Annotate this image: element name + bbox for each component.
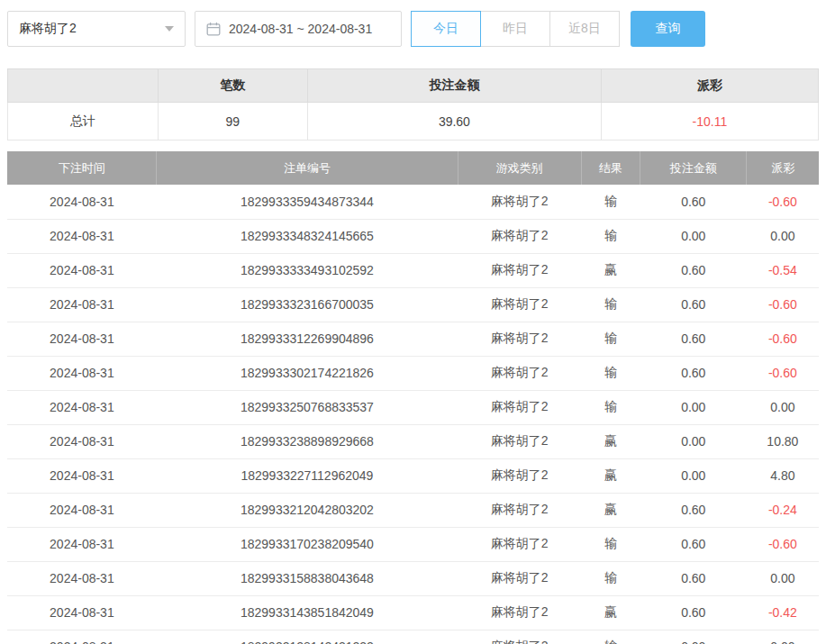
bet-table-body: 2024-08-311829933359434873344麻将胡了2输0.60-…	[7, 185, 819, 644]
table-row: 2024-08-311829933212042803202麻将胡了2赢0.60-…	[7, 493, 819, 527]
result-cell: 输	[581, 287, 640, 322]
amount-cell: 0.00	[640, 458, 747, 493]
result-cell: 输	[581, 185, 640, 219]
time-cell: 2024-08-31	[7, 595, 157, 630]
table-row: 2024-08-311829933158838043648麻将胡了2输0.600…	[7, 561, 819, 595]
game-select[interactable]: 麻将胡了2	[7, 11, 186, 47]
game-select-value: 麻将胡了2	[19, 21, 77, 37]
amount-cell: 0.60	[640, 561, 747, 595]
bet-id-cell: 1829933333493102592	[157, 253, 458, 287]
result-cell: 输	[581, 630, 640, 644]
game-cell: 麻将胡了2	[458, 390, 581, 424]
game-cell: 麻将胡了2	[458, 458, 581, 493]
time-cell: 2024-08-31	[7, 322, 157, 356]
amount-cell: 0.00	[640, 390, 747, 424]
summary-total-row: 总计 99 39.60 -10.11	[8, 103, 819, 141]
chevron-down-icon	[165, 26, 174, 32]
bet-table-header-row: 下注时间 注单编号 游戏类别 结果 投注金额 派彩	[7, 151, 819, 185]
toolbar: 麻将胡了2 2024-08-31 ~ 2024-08-31 今日 昨日 近8日 …	[0, 0, 826, 47]
bet-id-cell: 1829933212042803202	[157, 493, 458, 527]
query-button[interactable]: 查询	[631, 11, 705, 47]
amount-cell: 0.60	[640, 595, 747, 630]
bet-id-cell: 1829933128142431232	[157, 630, 458, 644]
amount-cell: 0.60	[640, 527, 747, 561]
payout-cell: 0.00	[747, 630, 819, 644]
summary-total-label: 总计	[8, 103, 159, 141]
result-cell: 输	[581, 561, 640, 595]
time-cell: 2024-08-31	[7, 287, 157, 322]
result-cell: 输	[581, 390, 640, 424]
bet-id-cell: 1829933227112962049	[157, 458, 458, 493]
result-cell: 赢	[581, 595, 640, 630]
time-cell: 2024-08-31	[7, 253, 157, 287]
yesterday-button[interactable]: 昨日	[480, 11, 550, 47]
game-cell: 麻将胡了2	[458, 561, 581, 595]
time-cell: 2024-08-31	[7, 458, 157, 493]
date-range-picker[interactable]: 2024-08-31 ~ 2024-08-31	[195, 11, 402, 47]
quick-range-buttons: 今日 昨日 近8日	[411, 11, 620, 47]
bet-id-cell: 1829933312269904896	[157, 322, 458, 356]
payout-cell: -0.60	[747, 527, 819, 561]
time-cell: 2024-08-31	[7, 356, 157, 390]
time-cell: 2024-08-31	[7, 219, 157, 253]
table-row: 2024-08-311829933323166700035麻将胡了2输0.60-…	[7, 287, 819, 322]
last-8-days-button[interactable]: 近8日	[549, 11, 620, 47]
table-row: 2024-08-311829933359434873344麻将胡了2输0.60-…	[7, 185, 819, 219]
time-cell: 2024-08-31	[7, 630, 157, 644]
summary-header-payout: 派彩	[601, 69, 818, 103]
result-cell: 赢	[581, 493, 640, 527]
header-time: 下注时间	[7, 151, 157, 185]
result-cell: 输	[581, 356, 640, 390]
table-row: 2024-08-311829933143851842049麻将胡了2赢0.60-…	[7, 595, 819, 630]
payout-cell: -0.60	[747, 322, 819, 356]
payout-cell: 0.00	[747, 390, 819, 424]
amount-cell: 0.60	[640, 322, 747, 356]
header-payout: 派彩	[747, 151, 819, 185]
time-cell: 2024-08-31	[7, 493, 157, 527]
amount-cell: 0.00	[640, 630, 747, 644]
amount-cell: 0.60	[640, 356, 747, 390]
bet-id-cell: 1829933170238209540	[157, 527, 458, 561]
bet-id-cell: 1829933323166700035	[157, 287, 458, 322]
game-cell: 麻将胡了2	[458, 527, 581, 561]
summary-header-bet-amount: 投注金额	[308, 69, 602, 103]
bet-id-cell: 1829933238898929668	[157, 424, 458, 458]
today-button[interactable]: 今日	[411, 11, 481, 47]
amount-cell: 0.60	[640, 287, 747, 322]
table-row: 2024-08-311829933250768833537麻将胡了2输0.000…	[7, 390, 819, 424]
summary-header-count: 笔数	[158, 69, 308, 103]
payout-cell: 0.00	[747, 219, 819, 253]
amount-cell: 0.00	[640, 219, 747, 253]
table-row: 2024-08-311829933333493102592麻将胡了2赢0.60-…	[7, 253, 819, 287]
result-cell: 输	[581, 527, 640, 561]
amount-cell: 0.60	[640, 185, 747, 219]
header-game: 游戏类别	[458, 151, 581, 185]
bet-id-cell: 1829933250768833537	[157, 390, 458, 424]
game-cell: 麻将胡了2	[458, 424, 581, 458]
summary-header-row: 笔数 投注金额 派彩	[8, 69, 819, 103]
payout-cell: 0.00	[747, 561, 819, 595]
table-row: 2024-08-311829933302174221826麻将胡了2输0.60-…	[7, 356, 819, 390]
amount-cell: 0.00	[640, 424, 747, 458]
calendar-icon	[206, 22, 221, 36]
bet-id-cell: 1829933158838043648	[157, 561, 458, 595]
payout-cell: -0.42	[747, 595, 819, 630]
table-row: 2024-08-311829933170238209540麻将胡了2输0.60-…	[7, 527, 819, 561]
payout-cell: 4.80	[747, 458, 819, 493]
game-cell: 麻将胡了2	[458, 219, 581, 253]
time-cell: 2024-08-31	[7, 390, 157, 424]
table-row: 2024-08-311829933238898929668麻将胡了2赢0.001…	[7, 424, 819, 458]
result-cell: 赢	[581, 253, 640, 287]
betting-records-page: 麻将胡了2 2024-08-31 ~ 2024-08-31 今日 昨日 近8日 …	[0, 0, 826, 644]
game-cell: 麻将胡了2	[458, 493, 581, 527]
payout-cell: -0.54	[747, 253, 819, 287]
result-cell: 输	[581, 219, 640, 253]
payout-cell: -0.60	[747, 356, 819, 390]
table-row: 2024-08-311829933128142431232麻将胡了2输0.000…	[7, 630, 819, 644]
header-bet-id: 注单编号	[157, 151, 458, 185]
bet-id-cell: 1829933359434873344	[157, 185, 458, 219]
table-row: 2024-08-311829933227112962049麻将胡了2赢0.004…	[7, 458, 819, 493]
game-cell: 麻将胡了2	[458, 287, 581, 322]
payout-cell: -0.60	[747, 287, 819, 322]
table-row: 2024-08-311829933348324145665麻将胡了2输0.000…	[7, 219, 819, 253]
